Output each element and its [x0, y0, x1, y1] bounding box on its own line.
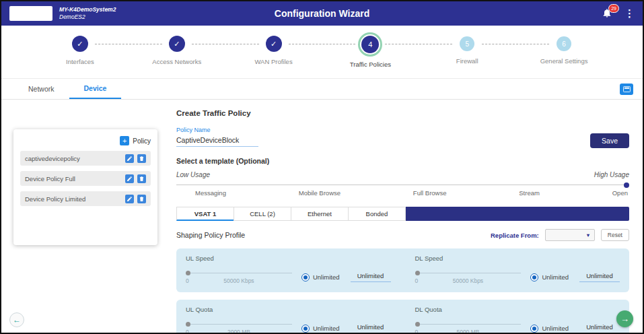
plus-icon: +: [120, 136, 129, 145]
tab-vsat1[interactable]: VSAT 1: [176, 207, 234, 221]
slider-handle[interactable]: [415, 322, 420, 327]
dl-quota-value[interactable]: Unlimited: [579, 323, 620, 333]
usage-range-labels: Low Usage High Usage: [176, 171, 629, 178]
view-tabbar: Network Device: [1, 79, 643, 100]
dl-speed-unlimited-radio[interactable]: Unlimited: [530, 273, 569, 281]
policy-list-item[interactable]: captivedevicepolicy: [20, 151, 151, 166]
radio-selected-icon: [301, 325, 310, 333]
step-traffic-policies: 4 Traffic Policies: [322, 36, 419, 78]
radio-selected-icon: [301, 273, 310, 281]
tick-stream[interactable]: Stream: [519, 189, 540, 197]
dl-speed-slider[interactable]: 0 50000 Kbps: [415, 269, 522, 285]
ul-speed-label: UL Speed: [186, 255, 391, 262]
replicate-from-label: Replicate From:: [491, 232, 539, 239]
slider-track: [415, 324, 522, 325]
slider-handle[interactable]: [186, 271, 190, 275]
step-label: Interfaces: [66, 58, 94, 65]
step-number[interactable]: 6: [557, 36, 571, 51]
policy-list-item[interactable]: Device Policy Limited: [20, 191, 151, 206]
radio-selected-icon: [530, 273, 538, 281]
overflow-menu-icon[interactable]: ⋮: [624, 7, 635, 20]
tick-full-browse[interactable]: Full Browse: [413, 189, 447, 197]
policy-list-item[interactable]: Device Policy Full: [20, 171, 151, 186]
system-name-line1: MY-K4DemoSystem2: [59, 6, 116, 13]
step-number[interactable]: 4: [361, 36, 379, 53]
check-icon[interactable]: ✓: [266, 36, 282, 52]
radio-selected-icon: [530, 325, 538, 333]
dl-speed-value[interactable]: Unlimited: [579, 272, 620, 282]
ul-speed-value[interactable]: Unlimited: [351, 272, 391, 282]
dl-quota-slider[interactable]: 0 5000 MB: [415, 321, 522, 333]
template-section-label: Select a template (Optional): [176, 157, 629, 165]
add-policy-button[interactable]: + Policy: [20, 136, 151, 145]
ul-quota-slider[interactable]: 0 2000 MB: [186, 321, 292, 333]
policy-name: captivedevicepolicy: [25, 155, 122, 162]
policy-name-label: Policy Name: [176, 127, 629, 133]
replicate-from-select[interactable]: ▼: [545, 229, 595, 241]
add-policy-label: Policy: [133, 137, 151, 145]
speed-panel: UL Speed 0 50000 Kbps Unlimited: [176, 248, 629, 292]
back-button[interactable]: ←: [9, 312, 24, 327]
step-label: Access Networks: [152, 58, 201, 65]
edit-icon[interactable]: [125, 195, 134, 203]
edit-icon[interactable]: [125, 174, 134, 183]
shaping-header-row: Shaping Policy Profile Replicate From: ▼…: [176, 229, 629, 241]
tick-messaging[interactable]: Messaging: [195, 189, 226, 197]
slider-max: 50000 Kbps: [415, 277, 522, 284]
slider-max: 2000 MB: [186, 329, 292, 333]
dl-speed-label: DL Speed: [415, 255, 620, 262]
main-content: + Policy captivedevicepolicy Device Poli…: [1, 100, 643, 333]
ul-quota-field: UL Quota 0 2000 MB Unlimited: [186, 306, 391, 333]
ul-speed-field: UL Speed 0 50000 Kbps Unlimited: [186, 255, 391, 285]
next-button[interactable]: →: [616, 310, 633, 327]
delete-icon[interactable]: [137, 195, 146, 203]
slider-handle[interactable]: [415, 271, 420, 275]
tab-cell[interactable]: CELL (2): [234, 207, 291, 221]
step-label: General Settings: [540, 57, 588, 65]
ul-quota-value[interactable]: Unlimited: [351, 323, 391, 333]
ul-speed-slider[interactable]: 0 50000 Kbps: [186, 269, 292, 285]
interface-profile-tabs: VSAT 1 CELL (2) Ethernet Bonded: [176, 207, 629, 221]
logo: [9, 6, 52, 21]
reset-button[interactable]: Reset: [601, 229, 629, 241]
header-actions: 29 ⋮: [602, 7, 635, 20]
check-icon[interactable]: ✓: [169, 36, 185, 52]
dl-quota-label: DL Quota: [415, 306, 620, 313]
edit-icon[interactable]: [125, 154, 134, 163]
tab-network[interactable]: Network: [13, 79, 69, 99]
tab-ethernet[interactable]: Ethernet: [291, 207, 348, 221]
step-interfaces: ✓ Interfaces: [32, 36, 129, 78]
tick-mobile-browse[interactable]: Mobile Browse: [299, 189, 341, 197]
slider-handle[interactable]: [186, 322, 190, 327]
tab-device[interactable]: Device: [69, 79, 122, 99]
template-slider-handle[interactable]: [624, 182, 629, 188]
notification-count-badge: 29: [608, 4, 619, 13]
step-number[interactable]: 5: [460, 36, 474, 51]
ul-quota-unlimited-radio[interactable]: Unlimited: [301, 325, 340, 333]
policy-name-input[interactable]: [176, 133, 258, 147]
tick-open[interactable]: Open: [612, 189, 628, 197]
ul-speed-unlimited-radio[interactable]: Unlimited: [301, 273, 340, 281]
open-window-icon[interactable]: [620, 84, 633, 95]
dl-quota-unlimited-radio[interactable]: Unlimited: [530, 325, 569, 333]
notifications-bell-icon[interactable]: 29: [602, 7, 614, 20]
low-usage-label: Low Usage: [176, 171, 210, 178]
step-general-settings: 6 General Settings: [515, 36, 612, 78]
check-icon[interactable]: ✓: [72, 36, 88, 52]
slider-max: 50000 Kbps: [186, 277, 292, 284]
slider-track: [415, 273, 522, 273]
dl-quota-field: DL Quota 0 5000 MB Unlimited: [415, 306, 620, 333]
delete-icon[interactable]: [137, 174, 146, 183]
step-label: Firewall: [456, 57, 478, 65]
system-name: MY-K4DemoSystem2 DemoES2: [59, 6, 116, 21]
slider-max: 5000 MB: [415, 329, 522, 333]
delete-icon[interactable]: [137, 154, 146, 163]
save-button[interactable]: Save: [590, 133, 629, 148]
slider-track: [186, 273, 292, 273]
app-header: MY-K4DemoSystem2 DemoES2 Configuration W…: [1, 1, 643, 26]
step-firewall: 5 Firewall: [419, 36, 515, 78]
configuration-wizard-window: MY-K4DemoSystem2 DemoES2 Configuration W…: [0, 0, 644, 334]
chevron-down-icon: ▼: [585, 232, 590, 238]
tab-bonded[interactable]: Bonded: [348, 207, 405, 221]
template-slider-track[interactable]: [176, 185, 629, 185]
